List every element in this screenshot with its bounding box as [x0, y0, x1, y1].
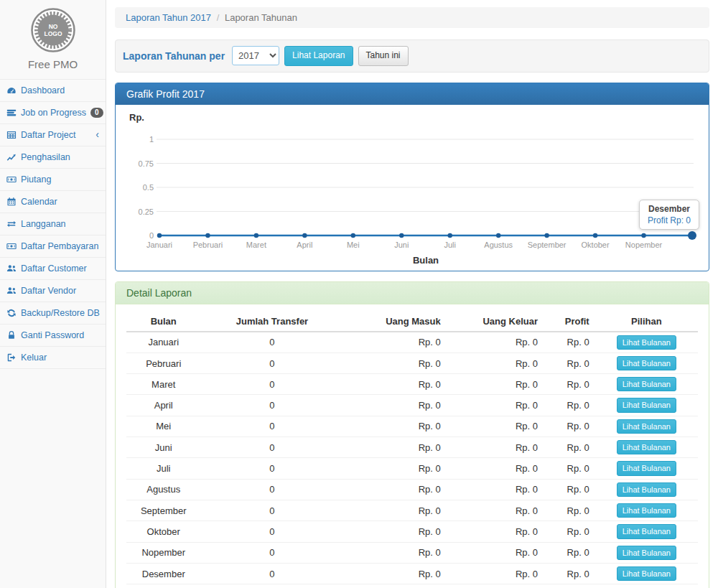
sidebar-item-daftar-project[interactable]: Daftar Project‹: [0, 123, 106, 146]
cell-pilihan: Lihat Bulanan: [595, 353, 698, 373]
x-category-label: Juli: [444, 241, 456, 249]
dashboard-icon: [6, 85, 17, 95]
chart-point[interactable]: [593, 233, 597, 237]
chart-point[interactable]: [351, 233, 355, 237]
cell-uang-keluar: Rp. 0: [447, 584, 544, 588]
sidebar-item-label: Daftar Vendor: [21, 286, 76, 296]
breadcrumb: Laporan Tahun 2017 / Laporan Tahunan: [115, 7, 709, 28]
column-header: Profit: [544, 312, 595, 332]
line-chart-icon: [6, 152, 17, 162]
cell-jumlah-transfer: 0: [200, 353, 343, 373]
chart-point[interactable]: [254, 233, 258, 237]
chart-point[interactable]: [544, 233, 549, 237]
lihat-bulanan-button[interactable]: Lihat Bulanan: [617, 546, 676, 560]
y-tick-label: 1: [149, 135, 154, 144]
sidebar-nav: DashboardJob on Progress0Daftar Project‹…: [0, 79, 106, 369]
cell-jumlah-transfer: 0: [200, 521, 343, 542]
cell-pilihan: Lihat Bulanan: [595, 437, 698, 458]
lihat-bulanan-button[interactable]: Lihat Bulanan: [617, 524, 676, 538]
lihat-bulanan-button[interactable]: Lihat Bulanan: [617, 503, 676, 518]
cell-profit: Rp. 0: [544, 437, 595, 458]
chart-tooltip: Desember Profit Rp: 0: [639, 200, 699, 230]
sidebar-item-piutang[interactable]: Piutang: [0, 168, 106, 190]
sidebar-item-calendar[interactable]: Calendar: [0, 190, 106, 213]
y-tick-label: 0.25: [139, 207, 154, 215]
cell-uang-keluar: Rp. 0: [447, 437, 544, 458]
chart-point[interactable]: [641, 233, 645, 237]
x-category-label: April: [297, 241, 312, 249]
cell-jumlah-transfer: 0: [200, 584, 343, 588]
sign-out-icon: [6, 353, 17, 363]
sidebar-item-penghasilan[interactable]: Penghasilan: [0, 146, 106, 168]
cell-pilihan: Lihat Bulanan: [595, 374, 698, 395]
cell-uang-keluar: Rp. 0: [447, 563, 544, 584]
x-category-label: Nopember: [625, 241, 663, 249]
y-tick-label: 0.5: [143, 183, 154, 192]
chart-point[interactable]: [496, 233, 500, 237]
cell-bulan: Juli: [126, 458, 200, 479]
cell-bulan: April: [126, 395, 200, 416]
sidebar: NO LOGO Free PMO DashboardJob on Progres…: [0, 0, 106, 588]
lihat-bulanan-button[interactable]: Lihat Bulanan: [617, 377, 676, 391]
sidebar-item-keluar[interactable]: Keluar: [0, 346, 106, 369]
lihat-bulanan-button[interactable]: Lihat Bulanan: [617, 440, 676, 454]
calendar-icon: [6, 197, 17, 207]
cell-uang-masuk: Rp. 0: [343, 563, 446, 584]
sidebar-item-daftar-pembayaran[interactable]: Daftar Pembayaran: [0, 235, 106, 257]
refresh-icon: [6, 308, 17, 318]
breadcrumb-current: Laporan Tahunan: [225, 12, 297, 23]
chart-point[interactable]: [157, 233, 162, 237]
lihat-bulanan-button[interactable]: Lihat Bulanan: [617, 419, 676, 434]
x-axis-title: Bulan: [413, 255, 439, 266]
table-row: Juli0Rp. 0Rp. 0Rp. 0Lihat Bulanan: [126, 458, 698, 479]
lihat-bulanan-button[interactable]: Lihat Bulanan: [617, 356, 676, 370]
cell-profit: Rp. 0: [544, 542, 595, 563]
sidebar-item-dashboard[interactable]: Dashboard: [0, 79, 106, 101]
chart-point[interactable]: [302, 233, 307, 237]
exchange-icon: [6, 219, 17, 229]
cell-uang-masuk: Rp. 0: [343, 458, 446, 479]
lihat-bulanan-button[interactable]: Lihat Bulanan: [617, 461, 676, 475]
sidebar-item-label: Daftar Project: [21, 130, 75, 140]
x-category-label: Maret: [246, 241, 266, 249]
year-select[interactable]: 2017: [232, 46, 279, 65]
cell-profit: Rp. 0: [544, 479, 595, 500]
cell-bulan: Nopember: [126, 542, 200, 563]
chart-point[interactable]: [448, 233, 452, 237]
chevron-left-icon: ‹: [95, 131, 99, 139]
table-row: Desember0Rp. 0Rp. 0Rp. 0Lihat Bulanan: [126, 563, 698, 584]
chart-point-active[interactable]: [688, 231, 696, 240]
sidebar-item-label: Daftar Pembayaran: [21, 241, 98, 251]
column-header: Jumlah Transfer: [200, 312, 343, 332]
lihat-bulanan-button[interactable]: Lihat Bulanan: [617, 398, 676, 412]
sidebar-item-langganan[interactable]: Langganan: [0, 213, 106, 235]
breadcrumb-link[interactable]: Laporan Tahun 2017: [126, 12, 211, 23]
sidebar-item-daftar-customer[interactable]: Daftar Customer: [0, 257, 106, 279]
sidebar-item-label: Job on Progress: [21, 108, 86, 118]
lihat-laporan-button[interactable]: Lihat Laporan: [284, 46, 353, 66]
chart-point[interactable]: [205, 233, 210, 237]
cell-uang-keluar: Rp. 0: [447, 542, 544, 563]
cell-profit: Rp. 0: [544, 458, 595, 479]
lihat-bulanan-button[interactable]: Lihat Bulanan: [617, 335, 676, 350]
cell-profit: Rp. 0: [544, 374, 595, 395]
sidebar-item-job-on-progress[interactable]: Job on Progress0: [0, 101, 106, 123]
page: NO LOGO Free PMO DashboardJob on Progres…: [0, 0, 718, 588]
sidebar-item-ganti-password[interactable]: Ganti Password: [0, 324, 106, 346]
lihat-bulanan-button[interactable]: Lihat Bulanan: [617, 482, 676, 497]
filter-label: Laporan Tahunan per: [123, 50, 225, 62]
sidebar-item-daftar-vendor[interactable]: Daftar Vendor: [0, 279, 106, 302]
cell-uang-masuk: Rp. 0: [343, 542, 446, 563]
x-category-label: Juni: [394, 241, 409, 249]
cell-uang-keluar: Rp. 0: [447, 416, 544, 437]
cell-uang-masuk: Rp. 0: [343, 584, 446, 588]
sidebar-item-backup-restore-db[interactable]: Backup/Restore DB: [0, 302, 106, 324]
sidebar-item-label: Langganan: [21, 219, 66, 229]
x-category-label: Januari: [146, 241, 172, 249]
x-category-label: Agustus: [484, 241, 513, 249]
chart-point[interactable]: [399, 233, 404, 237]
cell-jumlah-transfer: 0: [200, 416, 343, 437]
cell-jumlah-transfer: 0: [200, 332, 343, 353]
lihat-bulanan-button[interactable]: Lihat Bulanan: [617, 566, 676, 581]
tahun-ini-button[interactable]: Tahun ini: [358, 46, 409, 66]
